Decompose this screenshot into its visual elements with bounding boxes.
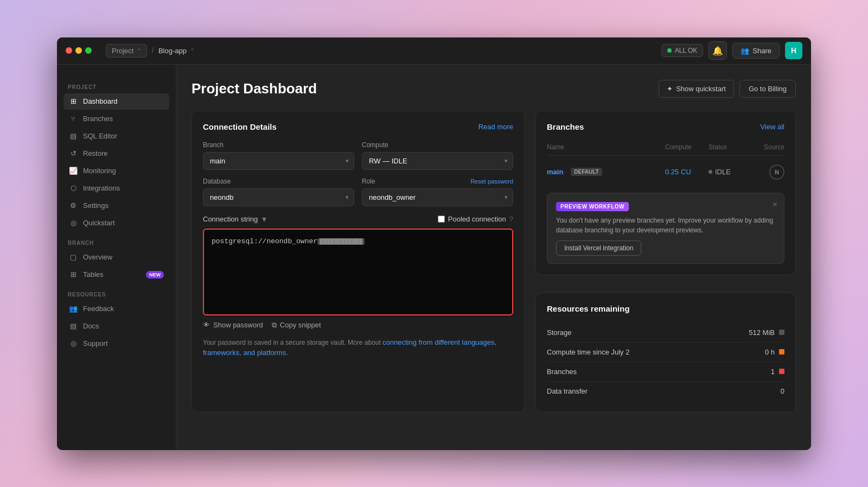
branch-name-cell: main DEFAULT — [547, 168, 665, 176]
sidebar-item-monitoring[interactable]: 📈 Monitoring — [63, 163, 169, 179]
copy-snippet-button[interactable]: ⧉ Copy snippet — [272, 321, 321, 330]
pooled-info-icon: ? — [509, 215, 513, 223]
col-compute-label: Compute — [665, 143, 709, 151]
sidebar-tables-label: Tables — [83, 270, 104, 279]
preview-tag: PREVIEW WORKFLOW — [556, 202, 629, 211]
share-button[interactable]: 👥 Share — [732, 43, 780, 59]
show-quickstart-label: Show quickstart — [676, 85, 726, 93]
sidebar-item-overview[interactable]: ▢ Overview — [63, 249, 169, 265]
overview-icon: ▢ — [69, 253, 78, 262]
bell-icon: 🔔 — [712, 46, 723, 56]
notifications-button[interactable]: 🔔 — [709, 41, 727, 60]
compute-select[interactable]: RW — IDLE — [362, 152, 513, 170]
sidebar-item-integrations[interactable]: ⬡ Integrations — [63, 180, 169, 197]
storage-label: Storage — [547, 328, 572, 337]
database-role-row: Database neondb ▾ Role Reset — [203, 178, 513, 206]
sidebar-item-settings[interactable]: ⚙ Settings — [63, 198, 169, 214]
pooled-connection-label[interactable]: Pooled connection ? — [438, 215, 513, 223]
minimize-button[interactable] — [75, 47, 82, 54]
traffic-lights — [66, 47, 92, 54]
main-layout: PROJECT ⊞ Dashboard ⑂ Branches ▤ SQL Edi… — [57, 65, 811, 450]
show-password-button[interactable]: 👁 Show password — [203, 321, 263, 330]
branch-idle-dot — [709, 170, 712, 174]
role-select-wrapper: neondb_owner ▾ — [362, 188, 513, 206]
data-transfer-value: 0 — [781, 387, 784, 395]
branch-select[interactable]: main — [203, 152, 354, 170]
branches-card: Branches View all Name Compute Status So… — [535, 111, 796, 275]
col-name-label: Name — [547, 143, 665, 151]
info-text-static: Your password is saved in a secure stora… — [203, 339, 382, 346]
dashboard-icon: ⊞ — [69, 97, 78, 106]
banner-close-button[interactable]: × — [773, 200, 777, 210]
role-label: Role — [362, 178, 375, 185]
reset-password-link[interactable]: Reset password — [470, 178, 513, 185]
tables-new-badge: NEW — [146, 271, 164, 279]
branch-compute-value: 0.25 CU — [665, 168, 709, 176]
quickstart-icon: ◎ — [69, 219, 78, 227]
main-content: Project Dashboard ✦ Show quickstart Go t… — [176, 65, 811, 450]
avatar[interactable]: H — [785, 42, 802, 59]
branch-name-link[interactable]: main — [547, 168, 563, 176]
settings-icon: ⚙ — [69, 201, 78, 210]
pooled-connection-checkbox[interactable] — [438, 216, 445, 223]
sidebar-item-branches[interactable]: ⑂ Branches — [63, 111, 169, 127]
install-vercel-button[interactable]: Install Vercel integration — [556, 241, 641, 256]
sidebar-support-label: Support — [83, 339, 108, 347]
go-to-billing-button[interactable]: Go to Billing — [739, 80, 796, 98]
sidebar-feedback-label: Feedback — [83, 305, 114, 313]
read-more-link[interactable]: Read more — [478, 123, 513, 131]
sidebar-item-quickstart[interactable]: ◎ Quickstart — [63, 215, 169, 231]
compute-time-value-cell: 0 h — [765, 348, 784, 356]
data-transfer-label: Data transfer — [547, 387, 588, 395]
page-actions: ✦ Show quickstart Go to Billing — [659, 80, 796, 98]
sidebar-monitoring-label: Monitoring — [83, 167, 116, 175]
right-column: Branches View all Name Compute Status So… — [535, 111, 796, 412]
view-all-link[interactable]: View all — [760, 123, 784, 131]
avatar-letter: H — [791, 46, 796, 55]
maximize-button[interactable] — [85, 47, 92, 54]
connection-details-title: Connection Details — [203, 122, 277, 131]
branch-default-tag: DEFAULT — [571, 168, 602, 176]
storage-indicator — [779, 330, 784, 335]
app-chevron-icon: ⌃ — [190, 48, 194, 54]
close-button[interactable] — [66, 47, 72, 54]
copy-snippet-label: Copy snippet — [280, 321, 321, 329]
app-name-label: Blog-app — [158, 47, 187, 55]
preview-description: You don't have any preview branches yet.… — [556, 216, 775, 235]
sidebar-item-restore[interactable]: ↺ Restore — [63, 146, 169, 162]
branches-icon: ⑂ — [69, 115, 78, 123]
show-quickstart-button[interactable]: ✦ Show quickstart — [659, 80, 734, 98]
database-label: Database — [203, 178, 354, 185]
role-select[interactable]: neondb_owner — [362, 188, 513, 206]
branch-status-text: IDLE — [715, 168, 731, 176]
sidebar-overview-label: Overview — [83, 253, 112, 261]
connection-string-value: postgresql://neondb_owner — [212, 237, 317, 245]
branches-count-label: Branches — [547, 368, 577, 376]
connection-string-label-area: Connection string ▾ — [203, 214, 266, 224]
sidebar-item-docs[interactable]: ▤ Docs — [63, 318, 169, 334]
pooled-connection-text: Pooled connection — [448, 215, 506, 223]
project-selector[interactable]: Project ⌃ — [106, 44, 147, 58]
connection-string-actions: 👁 Show password ⧉ Copy snippet — [203, 321, 513, 330]
branches-title: Branches — [547, 122, 584, 131]
app-selector[interactable]: Blog-app ⌃ — [158, 47, 194, 55]
branches-table: Name Compute Status Source main DEFAULT — [547, 141, 784, 184]
connection-string-chevron-icon[interactable]: ▾ — [262, 214, 266, 224]
share-icon: 👥 — [741, 47, 749, 55]
resource-data-transfer-row: Data transfer 0 — [547, 382, 784, 401]
sidebar-item-dashboard[interactable]: ⊞ Dashboard — [63, 93, 169, 110]
monitoring-icon: 📈 — [69, 167, 78, 175]
database-select[interactable]: neondb — [203, 188, 354, 206]
connection-string-box[interactable]: postgresql://neondb_owner████████████ — [203, 229, 513, 315]
col-status-label: Status — [709, 143, 752, 151]
support-icon: ◎ — [69, 339, 78, 348]
sidebar-item-sql-editor[interactable]: ▤ SQL Editor — [63, 128, 169, 144]
sidebar-item-tables[interactable]: ⊞ Tables NEW — [63, 267, 169, 283]
info-text: Your password is saved in a secure stora… — [203, 337, 513, 358]
sidebar-item-support[interactable]: ◎ Support — [63, 336, 169, 352]
sidebar-item-feedback[interactable]: 👥 Feedback — [63, 301, 169, 317]
eye-icon: 👁 — [203, 321, 210, 329]
compute-select-wrapper: RW — IDLE ▾ — [362, 152, 513, 170]
data-transfer-value-cell: 0 — [781, 387, 784, 395]
restore-icon: ↺ — [69, 149, 78, 158]
